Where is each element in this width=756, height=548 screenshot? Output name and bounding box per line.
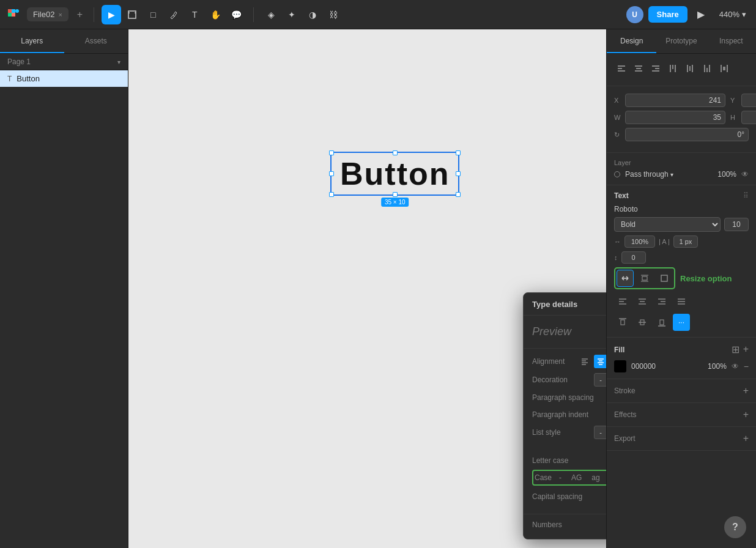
fill-color-hex[interactable]: 000000: [631, 362, 697, 371]
selection-handle-br[interactable]: [456, 192, 461, 197]
tracking-input[interactable]: [624, 235, 655, 248]
align-center-btn[interactable]: [594, 355, 606, 368]
deco-none-btn[interactable]: -: [594, 373, 606, 387]
canvas[interactable]: Button 35 × 10 Type details × Preview: [128, 29, 606, 548]
align-top-btn[interactable]: [665, 61, 680, 76]
zoom-control[interactable]: 440% ▾: [714, 7, 751, 21]
svg-rect-41: [670, 65, 671, 72]
fill-remove-icon[interactable]: −: [744, 361, 749, 371]
tool-group-right: ◈ ✦ ◑ ⛓: [261, 5, 343, 24]
text-align-center-btn[interactable]: [634, 293, 651, 310]
h-label: H: [730, 114, 739, 121]
fill-color-swatch[interactable]: [614, 360, 626, 372]
align-middle-btn[interactable]: [683, 61, 697, 76]
font-size-input[interactable]: [724, 218, 749, 231]
list-style-label: List style: [532, 428, 561, 437]
modal-header: Type details ×: [524, 293, 606, 316]
text-para-row: ↕: [614, 251, 749, 264]
tool-shape[interactable]: □: [143, 5, 163, 24]
fill-add-icon[interactable]: +: [743, 344, 749, 355]
h-input[interactable]: [741, 111, 756, 124]
file-tab[interactable]: File02 ×: [27, 7, 69, 21]
export-add-btn[interactable]: +: [743, 433, 749, 444]
modal-para-indent-row: Paragraph indent: [532, 409, 606, 421]
fill-opacity[interactable]: 100%: [702, 362, 727, 371]
layer-row: Pass through ▾ 100% 👁: [614, 170, 749, 179]
h-field: H 🔗: [730, 111, 756, 124]
export-section: Export +: [607, 427, 756, 451]
tool-contrast[interactable]: ◑: [303, 5, 322, 24]
numbers-section: Numbers: [524, 514, 606, 539]
resize-fixed-btn[interactable]: [656, 270, 673, 287]
text-align-right-btn[interactable]: [653, 293, 670, 310]
tab-design[interactable]: Design: [607, 29, 656, 53]
fill-visibility-icon[interactable]: 👁: [732, 362, 739, 371]
add-tab-button[interactable]: +: [73, 9, 86, 20]
layer-mode-select[interactable]: Pass through ▾: [625, 170, 710, 179]
tool-link[interactable]: ⛓: [324, 5, 343, 24]
coord-row-xy: X Y: [614, 94, 749, 107]
x-input[interactable]: [625, 94, 725, 107]
layer-visibility-icon[interactable]: 👁: [741, 170, 749, 179]
font-name[interactable]: Roboto: [614, 205, 749, 213]
selection-handle-bl[interactable]: [329, 192, 334, 197]
align-center-h-btn[interactable]: [631, 61, 646, 76]
tool-comment[interactable]: 💬: [226, 5, 246, 24]
y-input[interactable]: [741, 94, 756, 107]
tab-assets[interactable]: Assets: [64, 29, 128, 53]
text-valign-bottom-btn[interactable]: [653, 314, 670, 331]
stroke-add-btn[interactable]: +: [743, 385, 749, 396]
tool-frame[interactable]: [122, 5, 142, 24]
tab-prototype[interactable]: Prototype: [656, 29, 706, 53]
share-button[interactable]: Share: [648, 6, 687, 23]
selection-handle-tr[interactable]: [456, 150, 461, 155]
text-valign-top-btn[interactable]: [614, 314, 631, 331]
canvas-button-element[interactable]: Button 35 × 10: [330, 152, 459, 196]
para-spacing-right-input[interactable]: [621, 251, 646, 264]
list-none-btn[interactable]: -: [594, 426, 606, 439]
tool-pen[interactable]: [164, 5, 183, 24]
tool-components[interactable]: ◈: [261, 5, 281, 24]
layer-opacity-input[interactable]: 100%: [714, 170, 736, 179]
w-input[interactable]: [625, 111, 725, 124]
case-none-btn[interactable]: -: [555, 472, 565, 483]
svg-rect-57: [661, 275, 667, 281]
help-button[interactable]: ?: [724, 516, 746, 538]
text-more-options-btn[interactable]: ···: [673, 314, 690, 331]
case-upper-btn[interactable]: AG: [568, 472, 585, 483]
r-input[interactable]: [625, 128, 749, 141]
letter-spacing-input[interactable]: [673, 235, 698, 248]
file-tab-close[interactable]: ×: [58, 11, 62, 18]
tool-hand[interactable]: ✋: [206, 5, 225, 24]
distribute-btn[interactable]: [717, 61, 732, 76]
text-align-justify-btn[interactable]: [673, 293, 690, 310]
file-name: File02: [33, 10, 54, 19]
align-left-btn[interactable]: [614, 61, 629, 76]
selection-handle-bm[interactable]: [393, 192, 398, 197]
layer-item-button[interactable]: T Button: [0, 70, 128, 87]
align-left-btn[interactable]: [578, 355, 591, 368]
tab-inspect[interactable]: Inspect: [706, 29, 756, 53]
tab-layers[interactable]: Layers: [0, 29, 64, 53]
resize-auto-height-btn[interactable]: [636, 270, 653, 287]
align-bottom-btn[interactable]: [700, 61, 714, 76]
fill-grid-icon[interactable]: ⊞: [732, 344, 739, 355]
text-valign-middle-btn[interactable]: [634, 314, 651, 331]
resize-auto-width-btn[interactable]: [617, 270, 634, 287]
case-lower-btn[interactable]: ag: [588, 472, 603, 483]
font-style-select[interactable]: Bold Regular Italic: [614, 217, 721, 232]
tool-select[interactable]: ▶: [102, 5, 121, 24]
text-drag-icon[interactable]: ⠿: [743, 191, 749, 200]
selection-handle-ml[interactable]: [329, 171, 334, 176]
effects-label: Effects: [614, 410, 636, 419]
text-align-left-btn[interactable]: [614, 293, 631, 310]
tool-text[interactable]: T: [185, 5, 204, 24]
play-button[interactable]: ▶: [692, 6, 710, 23]
selection-handle-tm[interactable]: [393, 150, 398, 155]
effects-add-btn[interactable]: +: [743, 409, 749, 420]
svg-rect-0: [8, 9, 12, 13]
selection-handle-tl[interactable]: [329, 150, 334, 155]
align-right-btn[interactable]: [648, 61, 663, 76]
selection-handle-mr[interactable]: [456, 171, 461, 176]
tool-plugins[interactable]: ✦: [282, 5, 302, 24]
